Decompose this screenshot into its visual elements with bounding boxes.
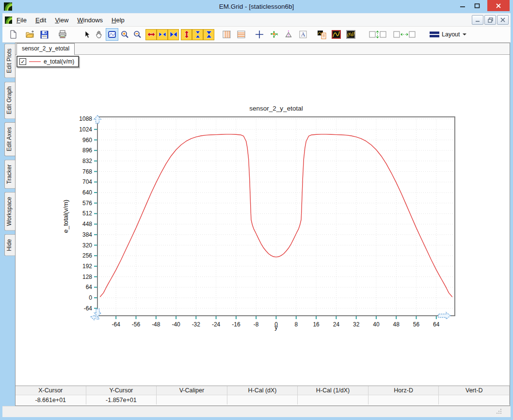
vertical-bowtie-icon (205, 30, 213, 39)
svg-text:1024: 1024 (79, 126, 92, 133)
print-button[interactable] (56, 28, 69, 41)
tracker-button[interactable] (268, 28, 280, 41)
svg-text:24: 24 (333, 321, 340, 328)
new-document-icon (9, 30, 17, 39)
expand-y-button[interactable] (181, 29, 192, 40)
menu-help[interactable]: Help (107, 15, 129, 26)
zoom-in-icon (120, 30, 129, 39)
shrink-x-button[interactable] (157, 29, 168, 40)
text-annotation-button[interactable]: A (297, 28, 309, 41)
zoom-out-icon (133, 30, 142, 39)
printer-icon (58, 30, 67, 39)
sidebar-tab-edit-axes[interactable]: Edit Axes (4, 122, 15, 156)
chart-plot-area[interactable]: -64-56-48-40-32-24-16-80816243240485664-… (74, 112, 476, 340)
menu-view[interactable]: View (50, 15, 73, 26)
sidebar-tab-hide[interactable]: Hide (4, 234, 15, 256)
expand-x-button[interactable] (145, 29, 157, 40)
menu-windows[interactable]: Windows (73, 15, 107, 26)
sidebar-tab-edit-graph[interactable]: Edit Graph (4, 81, 15, 119)
plot-properties-button[interactable] (315, 28, 328, 41)
status-label-h-cal-dx: H-Cal (dX) (227, 386, 298, 395)
svg-text:640: 640 (82, 189, 92, 196)
status-value-v-caliper (157, 395, 227, 404)
svg-text:48: 48 (393, 321, 400, 328)
shrink-y-button[interactable] (192, 29, 203, 40)
svg-text:960: 960 (82, 137, 92, 144)
fit-x-button[interactable] (168, 29, 179, 40)
toolbar: A Layout (2, 27, 511, 43)
menu-edit[interactable]: Edit (31, 15, 50, 26)
resize-grip[interactable] (497, 409, 502, 414)
select-pointer-button[interactable] (80, 28, 93, 41)
svg-text:896: 896 (82, 147, 92, 154)
layout-icon (430, 31, 439, 38)
tab-sensor-2-y-etotal[interactable]: sensor_2_y_etotal (16, 43, 75, 55)
legend-box: ✓ e_total(v/m) (16, 56, 79, 67)
document-tab-row: sensor_2_y_etotal (16, 43, 510, 55)
new-document-button[interactable] (7, 28, 19, 41)
svg-text:-64: -64 (112, 321, 121, 328)
plot-canvas[interactable]: ✓ e_total(v/m) sensor_2_y_etotal e_total… (16, 55, 510, 386)
zoom-box-icon (108, 30, 116, 39)
axis-pan-up-handle[interactable] (93, 115, 102, 128)
svg-text:0: 0 (274, 321, 278, 328)
single-curve-icon (332, 30, 341, 39)
pan-hand-button[interactable] (93, 28, 106, 41)
svg-text:-40: -40 (172, 321, 180, 328)
svg-text:32: 32 (353, 321, 360, 328)
crosshair-button[interactable] (253, 28, 266, 41)
status-value-horz-d (369, 395, 439, 404)
vertical-gridlines-button[interactable] (220, 28, 233, 41)
zoom-in-button[interactable] (118, 28, 131, 41)
window-status-strip (2, 406, 511, 417)
svg-text:40: 40 (373, 321, 380, 328)
status-label-v-caliper: V-Caliper (157, 386, 227, 395)
svg-text:16: 16 (313, 321, 320, 328)
document-logo-icon (5, 16, 12, 24)
menu-file[interactable]: File (12, 15, 31, 26)
legend-checkbox[interactable]: ✓ (19, 58, 26, 65)
status-label-vert-d: Vert-D (439, 386, 510, 395)
status-value-y-cursor: -1.857e+01 (86, 395, 157, 404)
child-close-button[interactable] (497, 15, 509, 25)
zoom-out-button[interactable] (131, 28, 144, 41)
svg-text:64: 64 (86, 284, 93, 291)
status-value-vert-d (439, 395, 510, 404)
svg-text:704: 704 (82, 178, 92, 185)
status-label-h-cal-1dx: H-Cal (1/dX) (298, 386, 369, 395)
svg-text:768: 768 (82, 168, 92, 175)
multi-plot-button[interactable] (344, 28, 357, 41)
axis-pan-right-handle[interactable] (436, 311, 451, 321)
zoom-box-button[interactable] (106, 28, 118, 41)
chart-title: sensor_2_y_etotal (97, 105, 455, 112)
child-minimize-button[interactable] (472, 15, 483, 25)
sidebar-tab-workspace[interactable]: Workspace (4, 192, 15, 231)
layout-dropdown[interactable]: Layout (427, 30, 469, 39)
fit-y-button[interactable] (203, 29, 214, 40)
horizontal-gridlines-button[interactable] (235, 28, 247, 41)
align-horizontal-button[interactable] (393, 28, 416, 41)
caliper-button[interactable] (282, 28, 295, 41)
sidebar-tab-tracker[interactable]: Tracker (4, 160, 15, 189)
window-title: EM.Grid - [staticlesson6b] (0, 3, 513, 10)
svg-text:0: 0 (89, 294, 92, 301)
chevron-down-icon (463, 33, 466, 36)
expand-horizontal-icon (147, 30, 156, 39)
vertical-gridlines-icon (222, 30, 231, 39)
align-vertical-button[interactable] (369, 28, 387, 41)
svg-text:-24: -24 (212, 321, 221, 328)
single-plot-button[interactable] (330, 28, 342, 41)
double-curve-icon (346, 30, 355, 39)
svg-text:448: 448 (82, 221, 92, 227)
child-restore-button[interactable] (484, 15, 496, 25)
tracker-cursor-icon (270, 30, 279, 39)
svg-text:128: 128 (82, 274, 92, 280)
status-value-h-cal-dx (227, 395, 298, 404)
svg-text:64: 64 (433, 321, 440, 328)
svg-text:320: 320 (82, 242, 92, 249)
save-button[interactable] (38, 28, 50, 41)
sidebar-tab-edit-plots[interactable]: Edit Plots (4, 44, 15, 78)
axis-pan-down-handle[interactable] (89, 305, 107, 321)
svg-text:1088: 1088 (79, 115, 92, 122)
open-button[interactable] (23, 28, 36, 41)
